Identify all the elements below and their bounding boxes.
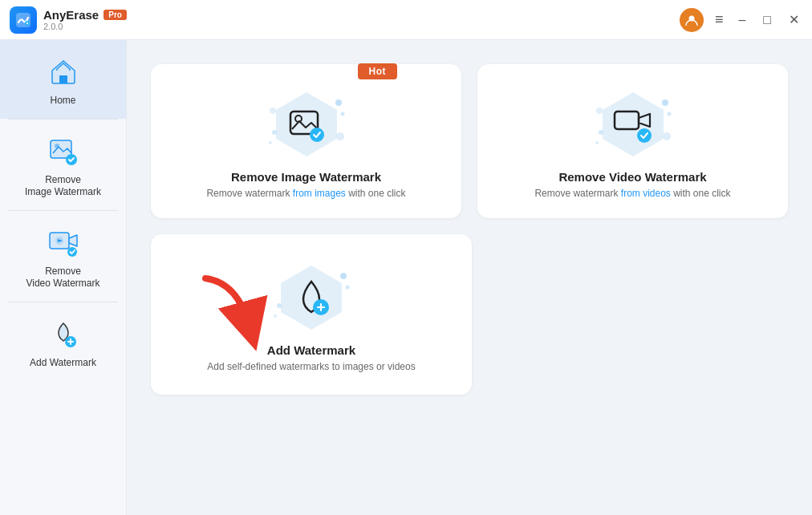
svg-point-23 [667,112,671,116]
card-icon-add-watermark [271,262,351,334]
app-version: 2.0.0 [43,22,127,31]
svg-rect-3 [59,75,67,83]
cards-row-2: Add Watermark Add self-defined watermark… [151,234,788,395]
card-add-watermark[interactable]: Add Watermark Add self-defined watermark… [151,234,472,395]
maximize-button[interactable]: □ [760,11,774,29]
video-icon-overlay [612,105,654,144]
minimize-button[interactable]: – [735,11,749,29]
card-remove-video-title: Remove Video Watermark [558,170,706,184]
card-remove-video[interactable]: Remove Video Watermark Remove watermark … [477,64,788,218]
card-remove-image[interactable]: Hot [151,64,461,218]
svg-point-34 [277,303,282,308]
remove-image-icon [46,134,81,169]
window-controls: ≡ – □ ✕ [680,8,802,32]
remove-video-icon [46,225,81,261]
sidebar-item-home[interactable]: Home [0,40,126,119]
app-name: AnyErase [43,8,99,22]
sidebar-label-add-watermark: Add Watermark [30,357,96,370]
card-icon-remove-image [266,88,347,160]
card-remove-image-title: Remove Image Watermark [231,170,381,184]
close-button[interactable]: ✕ [786,10,802,29]
sidebar-label-remove-image: RemoveImage Watermark [25,174,101,199]
main-layout: Home RemoveImage Watermark [0,40,812,515]
pro-badge: Pro [104,10,127,20]
card-add-watermark-title: Add Watermark [267,343,355,357]
svg-point-27 [596,107,603,114]
app-logo [10,6,37,34]
image-icon-overlay [287,105,326,144]
svg-point-33 [346,286,350,290]
svg-point-35 [274,314,277,318]
hamburger-menu[interactable]: ≡ [715,11,725,28]
svg-rect-28 [615,112,639,129]
card-add-watermark-desc: Add self-defined watermarks to images or… [207,361,415,372]
svg-point-26 [663,132,671,140]
svg-point-29 [637,128,652,143]
sidebar-label-home: Home [50,95,75,107]
sidebar-item-add-watermark[interactable]: Add Watermark [0,302,126,381]
sidebar-item-remove-image[interactable]: RemoveImage Watermark [0,120,126,210]
svg-point-14 [272,130,277,135]
hot-badge: Hot [358,63,398,79]
svg-point-20 [310,128,324,142]
home-icon [46,55,81,90]
title-bar: AnyErase Pro 2.0.0 ≡ – □ ✕ [0,0,812,40]
add-watermark-icon-overlay [290,277,332,318]
svg-point-13 [340,112,344,116]
sidebar: Home RemoveImage Watermark [0,40,127,515]
svg-point-15 [269,141,272,144]
content-area: Hot [127,40,812,515]
cards-row-1: Hot [151,64,788,218]
svg-point-16 [336,132,344,140]
add-watermark-icon [46,317,81,352]
svg-point-32 [340,273,347,279]
app-name-block: AnyErase Pro 2.0.0 [43,8,127,31]
svg-point-12 [335,99,342,106]
svg-point-9 [67,247,77,257]
app-info: AnyErase Pro 2.0.0 [10,6,127,34]
svg-point-22 [662,99,668,106]
user-avatar[interactable] [680,8,704,32]
svg-point-17 [270,107,276,114]
card-icon-remove-video [593,88,673,160]
svg-point-24 [599,130,603,135]
card-remove-video-desc: Remove watermark from videos with one cl… [534,188,730,199]
svg-point-25 [595,141,599,144]
card-remove-image-desc: Remove watermark from images with one cl… [206,188,405,199]
sidebar-item-remove-video[interactable]: RemoveVideo Watermark [0,211,126,302]
sidebar-label-remove-video: RemoveVideo Watermark [26,266,99,290]
